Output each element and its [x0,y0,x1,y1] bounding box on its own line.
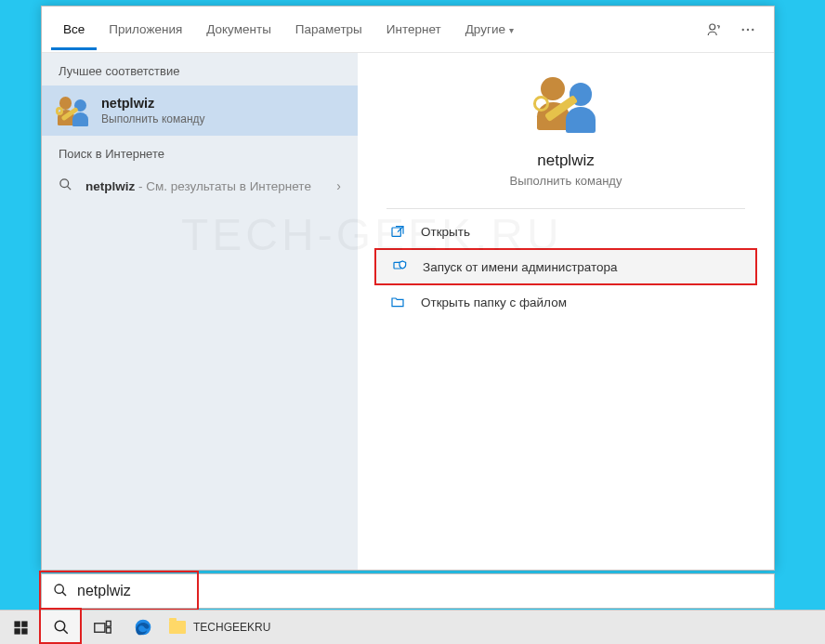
tab-settings[interactable]: Параметры [283,9,374,50]
svg-point-3 [752,28,753,30]
taskbar-folder-label: TECHGEEKRU [193,621,270,634]
svg-rect-10 [14,621,20,626]
svg-rect-17 [106,621,111,626]
tab-web[interactable]: Интернет [374,9,453,50]
open-icon [387,224,408,239]
taskbar-search-button[interactable] [41,611,82,645]
chevron-down-icon: ▾ [509,25,514,35]
svg-point-1 [742,28,744,30]
svg-rect-12 [14,628,20,634]
action-open-folder-label: Открыть папку с файлом [421,296,567,309]
tabs-row: Все Приложения Документы Параметры Интер… [42,7,774,53]
svg-line-5 [67,186,71,190]
taskbar: TECHGEEKRU [0,610,825,644]
search-popup: Все Приложения Документы Параметры Интер… [41,6,775,571]
svg-point-2 [747,28,749,30]
web-result-name: netplwiz [85,179,135,193]
web-result-text: netplwiz - См. результаты в Интернете [85,179,336,193]
best-match-title: netplwiz [101,96,205,111]
action-open-label: Открыть [421,225,470,239]
tab-more-label: Другие [465,22,505,36]
best-match-label: Лучшее соответствие [42,53,358,85]
svg-point-4 [60,179,69,188]
tab-apps[interactable]: Приложения [97,9,194,50]
best-match-subtitle: Выполнить команду [101,112,205,125]
svg-rect-13 [21,628,27,634]
action-run-as-admin-label: Запуск от имени администратора [423,260,618,274]
folder-icon [169,621,186,634]
svg-rect-16 [94,623,104,632]
more-options-icon[interactable] [731,13,765,46]
start-button[interactable] [0,611,41,645]
edge-browser-button[interactable] [123,611,164,645]
tab-more[interactable]: Другие▾ [453,9,526,50]
tab-documents[interactable]: Документы [194,9,283,50]
svg-point-0 [710,24,715,30]
netplwiz-large-icon [536,73,596,133]
feedback-icon[interactable] [698,13,731,46]
divider [386,208,744,209]
svg-rect-6 [392,228,400,236]
action-run-as-admin[interactable]: Запуск от имени администратора [374,248,757,285]
action-open[interactable]: Открыть [374,215,757,248]
details-right-column: netplwiz Выполнить команду Открыть Запус… [358,53,774,570]
action-open-file-location[interactable]: Открыть папку с файлом [374,285,757,319]
tab-all[interactable]: Все [51,9,97,50]
chevron-right-icon: › [336,178,341,193]
shield-icon [389,259,410,274]
svg-line-9 [62,592,66,596]
svg-point-14 [55,621,65,631]
folder-open-icon [387,295,408,309]
svg-rect-18 [106,627,111,633]
netplwiz-icon [57,95,88,126]
svg-rect-11 [21,621,27,626]
search-input-bar[interactable] [41,573,775,609]
svg-point-8 [55,585,63,593]
search-input[interactable] [77,583,763,599]
taskbar-folder-button[interactable]: TECHGEEKRU [164,611,282,645]
details-title: netplwiz [537,151,594,170]
task-view-button[interactable] [82,611,123,645]
search-icon [53,583,68,600]
web-result-suffix: - См. результаты в Интернете [135,179,311,193]
action-list: Открыть Запуск от имени администратора О… [358,215,774,319]
best-match-result[interactable]: netplwiz Выполнить команду [42,85,358,136]
svg-line-15 [63,629,68,634]
results-left-column: Лучшее соответствие netplwiz Выполнить к… [42,53,358,570]
web-search-result[interactable]: netplwiz - См. результаты в Интернете › [42,168,358,204]
search-icon [59,177,72,194]
best-match-text: netplwiz Выполнить команду [101,96,205,125]
details-subtitle: Выполнить команду [510,174,622,188]
web-search-label: Поиск в Интернете [42,136,358,168]
popup-body: Лучшее соответствие netplwiz Выполнить к… [42,53,774,570]
